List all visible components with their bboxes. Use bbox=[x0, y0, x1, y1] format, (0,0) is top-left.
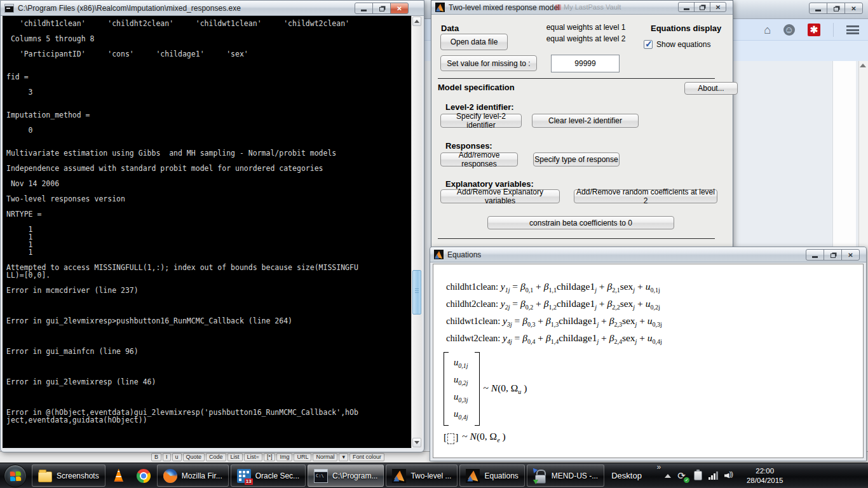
editor-toolbar-button[interactable]: Normal bbox=[313, 453, 337, 461]
desktop-toolbar[interactable]: Desktop » bbox=[611, 471, 656, 480]
desktop-label: Desktop bbox=[611, 471, 642, 480]
model-spec-heading: Model specification bbox=[438, 83, 515, 92]
close-icon[interactable]: ✕ bbox=[841, 249, 860, 261]
editor-toolbar-button[interactable]: u bbox=[172, 453, 182, 461]
editor-toolbar-button[interactable]: Code bbox=[206, 453, 226, 461]
specify-response-type-button[interactable]: Specify type of response bbox=[533, 152, 620, 166]
firefox-icon bbox=[163, 469, 177, 483]
u-vector-element: u0,4j bbox=[454, 409, 468, 421]
volume-icon[interactable] bbox=[724, 471, 735, 480]
taskbar-mozilla-fir-button[interactable]: Mozilla Fir... bbox=[157, 464, 229, 487]
editor-toolbar-button[interactable]: List= bbox=[244, 453, 262, 461]
editor-toolbar-button[interactable]: [*] bbox=[264, 453, 276, 461]
level2-identifier-heading: Level-2 identifier: bbox=[445, 102, 514, 112]
editor-toolbar-button[interactable]: Img bbox=[276, 453, 292, 461]
folder-icon bbox=[38, 471, 52, 482]
clock-time: 22:00 bbox=[743, 466, 787, 476]
taskbar-chrome-button[interactable] bbox=[132, 464, 155, 487]
close-icon[interactable]: ✕ bbox=[390, 3, 409, 14]
restore-icon[interactable] bbox=[694, 2, 710, 12]
restore-icon[interactable] bbox=[372, 3, 391, 14]
console-icon bbox=[4, 4, 14, 13]
background-tab-ghost: My LastPass Vault bbox=[555, 3, 621, 11]
menu-icon[interactable] bbox=[846, 25, 859, 34]
restore-icon[interactable] bbox=[824, 249, 842, 261]
desktop: ✕ ⌂ ✱ BIuQuoteCodeListList=[*]ImgURLNorm… bbox=[0, 0, 868, 488]
console-output-text: 'childht1clean' 'childht2clean' 'childwt… bbox=[3, 16, 411, 448]
clock[interactable]: 22:00 28/04/2015 bbox=[743, 466, 787, 485]
matlab-icon bbox=[392, 469, 406, 483]
minimize-icon[interactable] bbox=[678, 2, 695, 12]
missing-value-input[interactable] bbox=[551, 55, 620, 72]
device-tray-icon[interactable] bbox=[694, 471, 702, 480]
minimize-icon[interactable] bbox=[806, 249, 824, 261]
taskbar-equations-button[interactable]: Equations bbox=[459, 464, 524, 487]
equations-titlebar[interactable]: Equations bbox=[430, 247, 866, 262]
minimize-icon[interactable] bbox=[355, 3, 373, 14]
matlab-icon bbox=[435, 3, 445, 12]
system-tray: ⟳ bbox=[665, 471, 735, 481]
specify-level2-button[interactable]: Specify level-2 identifier bbox=[440, 114, 522, 128]
add-random-coefficients-button[interactable]: Add/Remove random coefficients at level … bbox=[574, 189, 717, 203]
taskbar-mend-us-button[interactable]: MEND-US -... bbox=[527, 464, 604, 487]
minimize-icon[interactable] bbox=[809, 3, 827, 14]
console-scrollbar[interactable] bbox=[411, 16, 422, 448]
network-signal-icon[interactable] bbox=[709, 471, 718, 480]
e-distribution: ~ N(0, Ωe ) bbox=[462, 431, 505, 444]
vlc-icon bbox=[112, 469, 126, 483]
windows-logo-icon bbox=[10, 471, 22, 481]
taskbar-c-program-button[interactable]: C:\Program... bbox=[308, 464, 384, 487]
show-equations-checkbox[interactable] bbox=[644, 40, 653, 49]
lastpass-icon[interactable]: ✱ bbox=[808, 24, 820, 36]
equations-window: Equations ✕ childht1clean: y1j = β0,1 + … bbox=[430, 247, 867, 461]
show-hidden-icons[interactable] bbox=[665, 474, 671, 478]
chrome-icon bbox=[137, 469, 151, 483]
section-divider bbox=[438, 78, 715, 79]
restore-icon[interactable] bbox=[827, 3, 845, 14]
taskbar-two-level-button[interactable]: Two-level ... bbox=[386, 464, 458, 487]
constrain-beta-button[interactable]: constrain beta coefficients to 0 bbox=[487, 216, 674, 229]
editor-toolbar-button[interactable]: List bbox=[227, 453, 243, 461]
matlab-icon bbox=[434, 250, 444, 259]
add-explanatory-variables-button[interactable]: Add/Remove Explanatory variables bbox=[440, 189, 560, 203]
scroll-up-icon[interactable] bbox=[412, 17, 421, 26]
chevron-icon[interactable]: » bbox=[657, 463, 661, 471]
feedback-smiley-icon[interactable] bbox=[783, 24, 795, 36]
clock-date: 28/04/2015 bbox=[743, 476, 787, 485]
taskbar-button-label: Oracle Sec... bbox=[255, 471, 299, 480]
taskbar-button-label: Two-level ... bbox=[410, 471, 451, 480]
collapsed-matrix-box bbox=[447, 433, 454, 444]
editor-toolbar-button[interactable]: B bbox=[151, 453, 161, 461]
scroll-down-icon[interactable] bbox=[412, 438, 421, 447]
scrollbar-thumb[interactable] bbox=[412, 270, 421, 315]
start-button[interactable] bbox=[4, 464, 27, 487]
add-remove-responses-button[interactable]: Add/remove responses bbox=[440, 152, 518, 166]
open-data-file-button[interactable]: Open data file bbox=[440, 34, 508, 50]
close-icon[interactable]: ✕ bbox=[710, 2, 726, 12]
taskbar-screenshots-button[interactable]: Screenshots bbox=[32, 464, 105, 487]
notification-badge: 13 bbox=[245, 478, 253, 485]
console-output-area: 'childht1clean' 'childht2clean' 'childwt… bbox=[3, 16, 422, 448]
close-icon[interactable]: ✕ bbox=[844, 3, 863, 14]
u-vector-element: u0,2j bbox=[454, 374, 468, 386]
editor-toolbar-button[interactable]: ▾ bbox=[339, 453, 348, 461]
taskbar-oracle-sec-button[interactable]: 13Oracle Sec... bbox=[231, 464, 306, 487]
equations-display-heading: Equations display bbox=[651, 24, 721, 33]
e-distribution-line: [] ~ N(0, Ωe ) bbox=[444, 431, 506, 444]
editor-toolbar-button[interactable]: I bbox=[163, 453, 171, 461]
toolbar-separator bbox=[833, 23, 834, 37]
taskbar-vlc-button[interactable] bbox=[107, 464, 130, 487]
set-missing-value-button[interactable]: Set value for missing to : bbox=[440, 55, 537, 71]
lock-icon bbox=[533, 469, 547, 483]
console-window-controls: ✕ bbox=[355, 3, 409, 14]
about-button[interactable]: About... bbox=[684, 82, 738, 95]
model-dialog-controls: ✕ bbox=[679, 2, 726, 12]
editor-toolbar-button[interactable]: Quote bbox=[183, 453, 205, 461]
clear-level2-button[interactable]: Clear level-2 identifier bbox=[532, 114, 639, 128]
taskbar-button-label: MEND-US -... bbox=[552, 471, 598, 480]
home-icon[interactable]: ⌂ bbox=[764, 24, 771, 36]
editor-toolbar-button[interactable]: URL bbox=[294, 453, 311, 461]
scroll-up-icon[interactable] bbox=[860, 64, 866, 67]
sync-tray-icon[interactable]: ⟳ bbox=[677, 471, 688, 481]
editor-toolbar-button[interactable]: Font colour bbox=[349, 453, 384, 461]
